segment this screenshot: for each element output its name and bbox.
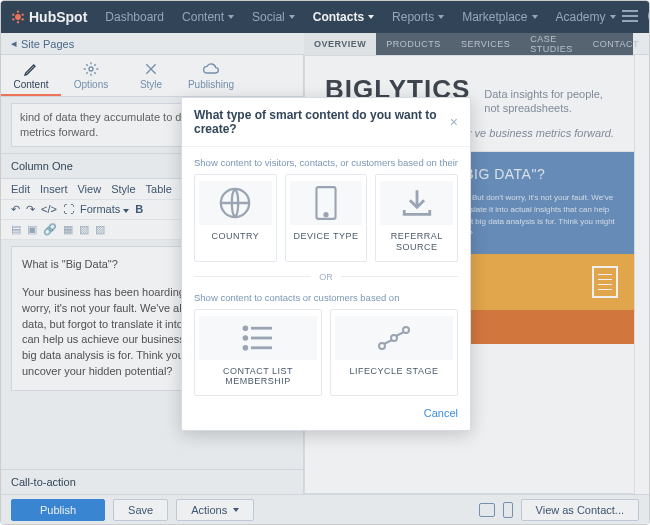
card-country[interactable]: COUNTRY: [194, 174, 277, 262]
list-icon: [199, 316, 317, 360]
or-divider: OR: [194, 272, 458, 282]
modal-hint-contacts: Show content to contacts or customers ba…: [194, 292, 458, 303]
download-tray-icon: [380, 181, 453, 225]
svg-point-16: [243, 325, 249, 331]
modal-title: What type of smart content do you want t…: [194, 108, 450, 136]
card-contact-list[interactable]: CONTACT LIST MEMBERSHIP: [194, 309, 322, 397]
svg-line-26: [396, 332, 404, 336]
svg-rect-19: [251, 336, 272, 339]
card-lifecycle-stage[interactable]: LIFECYCLE STAGE: [330, 309, 458, 397]
svg-rect-21: [251, 346, 272, 349]
device-icon: [290, 181, 363, 225]
smart-content-modal: What type of smart content do you want t…: [181, 97, 471, 431]
svg-line-25: [384, 340, 392, 344]
svg-point-20: [243, 345, 249, 351]
svg-point-15: [324, 213, 327, 216]
cancel-link[interactable]: Cancel: [424, 407, 458, 419]
lifecycle-icon: [335, 316, 453, 360]
svg-point-18: [243, 335, 249, 341]
card-referral-source[interactable]: REFERRAL SOURCE: [375, 174, 458, 262]
card-device-type[interactable]: DEVICE TYPE: [285, 174, 368, 262]
modal-hint-visitors: Show content to visitors, contacts, or c…: [194, 157, 458, 168]
globe-icon: [199, 181, 272, 225]
svg-rect-17: [251, 326, 272, 329]
close-icon[interactable]: ×: [450, 114, 458, 130]
